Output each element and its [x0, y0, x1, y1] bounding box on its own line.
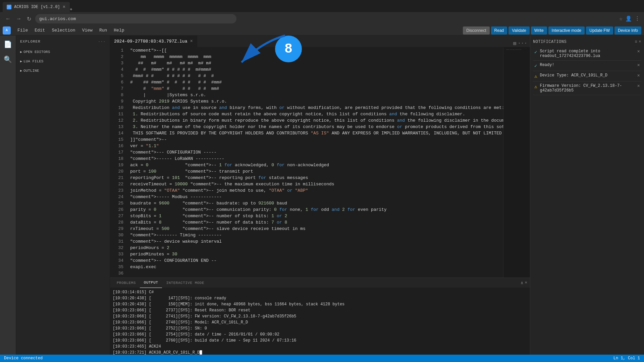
tab-output[interactable]: OUTPUT — [140, 278, 162, 288]
read-button[interactable]: Read — [491, 26, 507, 35]
minimap: -- ACRIOS minimap placeholder — [503, 47, 530, 278]
notif-type-icon: ✓ — [534, 49, 537, 55]
panel-close-icon[interactable]: × — [525, 280, 527, 286]
menu-edit[interactable]: Edit — [32, 26, 48, 34]
notification-item: ✓ Ready! × — [533, 61, 641, 71]
terminal-content[interactable]: [10:03:14:015] C#[10:03:20:438] [ 147][S… — [110, 288, 530, 355]
device-info-button[interactable]: Device Info — [614, 26, 641, 35]
notif-type-icon: ✓ — [534, 63, 537, 69]
terminal-line: [10:03:20:438] [ 150][MEM]: init done, h… — [113, 301, 527, 307]
editor-area: 2024-09-27T08:03:43.797Z.lua × ⊞ ··· 123… — [110, 36, 530, 355]
tab-problems[interactable]: PROBLEMS — [113, 278, 140, 288]
terminal-line: [10:03:23:465] ACK24 — [113, 344, 527, 350]
browser-tab-active[interactable]: A ACRIOS IDE [v1.2.0] × — [3, 2, 70, 12]
bottom-panel: PROBLEMS OUTPUT INTERACTIVE MODE ∧ × [10… — [110, 278, 530, 355]
code-content[interactable]: "comment">--[[ mm mmmm mmmmm mmmm mmm ##… — [127, 47, 503, 278]
notification-item: ⚠ Firmware Version: CV_FW_2.13.18-7-g42a… — [533, 81, 641, 95]
toolbar-right: Disconnect Read Validate Write Interacti… — [463, 26, 641, 35]
status-bar: Device connected Ln 1, Col 1 — [0, 355, 644, 362]
main-content: 📄 🔍 EXPLORER ··· ▶ OPEN EDITORS ▶ LUA FI… — [0, 36, 644, 355]
notif-text: Device Type: ACR_CV_101L_R_D — [540, 73, 634, 78]
sidebar-section-outline: ▶ OUTLINE — [16, 66, 110, 75]
sidebar-header: EXPLORER ··· — [16, 36, 110, 47]
sidebar-open-editors-toggle[interactable]: ▶ OPEN EDITORS — [16, 49, 110, 55]
sidebar-section-lua-files: ▶ LUA FILES — [16, 57, 110, 66]
chevron-icon: ▶ — [20, 50, 22, 54]
address-bar[interactable]: gui.acrios.com — [35, 14, 236, 23]
menu-file[interactable]: File — [15, 26, 31, 34]
panel-up-icon[interactable]: ∧ — [521, 280, 523, 286]
interactive-mode-button[interactable]: Interactive mode — [548, 26, 585, 35]
tab-actions: ⊞ ··· — [513, 40, 530, 47]
notification-item: ⚠ Device Type: ACR_CV_101L_R_D × — [533, 71, 641, 81]
menu-view[interactable]: View — [79, 26, 95, 34]
terminal-line: [10:03:23:066] [ 2741][SYS]: FW version:… — [113, 313, 527, 319]
menu-run[interactable]: Run — [97, 26, 110, 34]
notif-type-icon: ⚠ — [534, 73, 537, 79]
tab-title: ACRIOS IDE [v1.2.0] — [14, 5, 60, 9]
notifications-title: NOTIFICATIONS — [533, 40, 567, 44]
favicon-icon: A — [7, 5, 11, 9]
explorer-icon[interactable]: 📄 — [2, 38, 14, 51]
menu-help[interactable]: Help — [111, 26, 127, 34]
tab-interactive-mode[interactable]: INTERACTIVE MODE — [162, 278, 208, 288]
editor-tab-active[interactable]: 2024-09-27T08:03:43.797Z.lua × — [110, 36, 197, 47]
close-tab-icon[interactable]: × — [63, 4, 65, 10]
notif-close-button[interactable]: × — [637, 73, 640, 78]
menu-selection[interactable]: Selection — [49, 26, 78, 34]
code-editor[interactable]: 1234567891011121314151617181920212223242… — [110, 47, 530, 278]
notif-text: Script read complete into readout_172742… — [540, 49, 634, 58]
back-button[interactable]: ← — [4, 14, 12, 23]
profile-icon[interactable]: 👤 — [625, 15, 632, 22]
notif-filter-icon[interactable]: ≡ — [635, 40, 638, 44]
notif-type-icon: ⚠ — [534, 84, 537, 89]
more-actions-icon[interactable]: ··· — [518, 40, 527, 47]
search-icon[interactable]: 🔍 — [2, 53, 14, 66]
forward-button[interactable]: → — [15, 14, 23, 23]
bottom-tabs: PROBLEMS OUTPUT INTERACTIVE MODE ∧ × — [110, 278, 530, 288]
notif-close-button[interactable]: × — [637, 63, 640, 68]
sidebar-lua-files-label: LUA FILES — [23, 59, 43, 63]
notif-close-button[interactable]: × — [637, 83, 640, 89]
notif-close-button[interactable]: × — [637, 49, 640, 54]
browser-chrome: A ACRIOS IDE [v1.2.0] × + ← → ↻ gui.acri… — [0, 0, 644, 25]
sidebar: EXPLORER ··· ▶ OPEN EDITORS ▶ LUA FILES … — [16, 36, 110, 355]
notifications-header: NOTIFICATIONS ≡ × — [533, 38, 641, 47]
sidebar-lua-files-toggle[interactable]: ▶ LUA FILES — [16, 58, 110, 65]
sidebar-title: EXPLORER — [20, 40, 41, 44]
line-numbers: 1234567891011121314151617181920212223242… — [110, 47, 127, 278]
new-tab-button[interactable]: + — [70, 7, 72, 12]
sidebar-more-icon[interactable]: ··· — [98, 40, 106, 44]
close-editor-tab-icon[interactable]: × — [190, 39, 193, 44]
validate-button[interactable]: Validate — [508, 26, 529, 35]
sidebar-open-editors-label: OPEN EDITORS — [23, 50, 50, 54]
terminal-line: [10:03:23:066] [ 2748][SYS]: Model: ACR_… — [113, 319, 527, 325]
notif-text: Ready! — [540, 63, 634, 67]
status-right: Ln 1, Col 1 — [613, 356, 640, 361]
terminal-line: [10:03:23:721] ACK38_ACR_CV_101L_R_D█ — [113, 350, 527, 355]
split-editor-icon[interactable]: ⊞ — [513, 40, 517, 47]
notifications-list: ✓ Script read complete into readout_1727… — [533, 47, 641, 95]
editor-tabs: 2024-09-27T08:03:43.797Z.lua × ⊞ ··· — [110, 36, 530, 47]
browser-nav: ← → ↻ gui.acrios.com ☆ 👤 ⋮ — [0, 12, 644, 25]
bookmark-icon[interactable]: ☆ — [619, 15, 623, 22]
disconnect-button[interactable]: Disconnect — [463, 26, 489, 35]
sidebar-icons: 📄 🔍 — [0, 36, 16, 355]
top-menu: A File Edit Selection View Run Help Disc… — [0, 25, 644, 36]
chevron-icon3: ▶ — [20, 69, 22, 73]
terminal-line: [10:03:23:066] [ 2754][SYS]: date / time… — [113, 331, 527, 338]
menu-icon[interactable]: ⋮ — [635, 15, 640, 22]
notif-clear-icon[interactable]: × — [639, 40, 641, 44]
sidebar-outline-toggle[interactable]: ▶ OUTLINE — [16, 67, 110, 74]
terminal-line: [10:03:23:066] [ 2737][SYS]: Reset Reaso… — [113, 307, 527, 313]
notif-icons: ≡ × — [635, 40, 641, 44]
tab-bar: A ACRIOS IDE [v1.2.0] × + — [0, 0, 644, 12]
update-fw-button[interactable]: Update FW — [586, 26, 613, 35]
notif-text: Firmware Version: CV_FW_2.13.18-7-g42ab7… — [540, 83, 634, 93]
terminal-line: [10:03:23:066] [ 2752][SYS]: SN: 0 — [113, 325, 527, 331]
nav-icons: ☆ 👤 ⋮ — [619, 15, 640, 22]
reload-button[interactable]: ↻ — [25, 14, 33, 23]
chevron-icon2: ▶ — [20, 59, 22, 63]
write-button[interactable]: Write — [531, 26, 547, 35]
terminal-line: [10:03:23:066] [ 2760][SYS]: build date … — [113, 338, 527, 344]
